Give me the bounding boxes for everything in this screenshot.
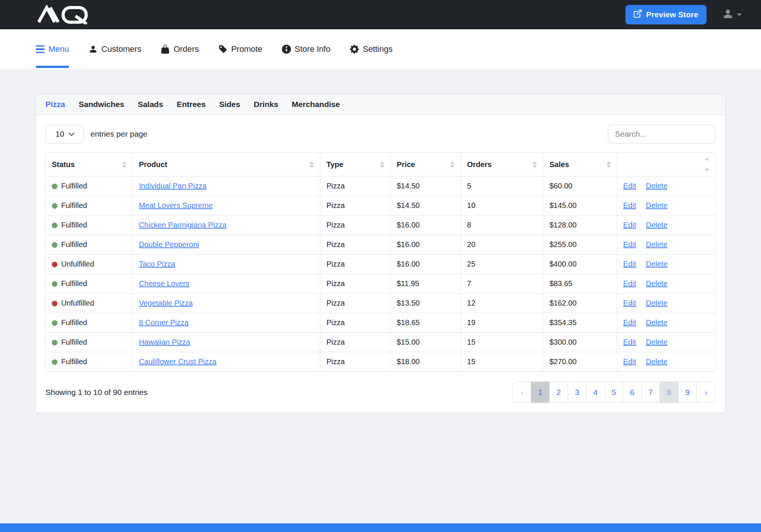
edit-link[interactable]: Edit [623,260,636,268]
table-row: FulfilledCauliflower Crust PizzaPizza$18… [46,352,716,372]
edit-link[interactable]: Edit [623,182,636,190]
product-cell: Cheese Lovers [133,274,320,294]
product-link[interactable]: Vegetable Pizza [139,299,193,307]
tab-sides[interactable]: Sides [219,99,240,110]
delete-link[interactable]: Delete [646,279,668,288]
delete-link[interactable]: Delete [646,240,668,249]
price-cell: $18.65 [390,313,461,333]
pagination-page-4[interactable]: 4 [586,382,605,402]
delete-link[interactable]: Delete [646,221,668,229]
type-cell: Pizza [320,176,390,196]
chevron-down-icon [737,14,741,16]
orders-cell: 5 [461,176,543,196]
nav-item-settings[interactable]: Settings [350,29,393,69]
column-header-type[interactable]: Type [320,153,390,176]
pagination-next[interactable]: › [697,382,715,402]
tab-sandwiches[interactable]: Sandwiches [79,99,124,110]
entries-per-page-label: entries per page [90,130,148,139]
column-header-sales[interactable]: Sales [543,153,617,176]
table-row: FulfilledHawaiian PizzaPizza$15.0015$300… [46,333,716,352]
nav-item-customers[interactable]: Customers [89,29,141,69]
sales-cell: $128.00 [543,216,617,235]
edit-link[interactable]: Edit [623,221,636,229]
status-cell: Unfulfilled [46,255,133,274]
tab-pizza[interactable]: Pizza [45,99,65,110]
status-cell: Fulfilled [46,274,133,294]
table-row: FulfilledIndividual Pan PizzaPizza$14.50… [46,176,716,196]
delete-link[interactable]: Delete [646,201,668,209]
edit-link[interactable]: Edit [623,279,636,288]
delete-link[interactable]: Delete [646,318,668,327]
status-label: Fulfilled [61,201,87,209]
column-header-actions[interactable] [617,153,715,176]
column-label: Product [139,160,167,169]
sales-cell: $60.00 [543,176,617,196]
pagination-page-3[interactable]: 3 [568,382,586,402]
search-input[interactable] [608,125,716,143]
table-body: FulfilledIndividual Pan PizzaPizza$14.50… [46,176,716,372]
status-cell: Fulfilled [46,235,133,255]
pagination-page-9[interactable]: 9 [678,382,697,402]
edit-link[interactable]: Edit [623,201,636,209]
column-header-price[interactable]: Price [390,153,461,176]
pagination-page-2[interactable]: 2 [550,382,568,402]
nav-item-promote[interactable]: Promote [219,29,262,69]
preview-store-label: Preview Store [646,10,698,19]
person-icon [722,8,734,21]
actions-cell: EditDelete [617,235,715,255]
table-row: FulfilledDouble PepperoniPizza$16.0020$2… [46,235,716,255]
nav-item-menu[interactable]: Menu [36,29,69,69]
page-size-select[interactable]: 10 [45,125,84,143]
sales-cell: $400.00 [543,255,617,274]
preview-store-button[interactable]: Preview Store [625,5,707,24]
tab-salads[interactable]: Salads [138,99,163,110]
delete-link[interactable]: Delete [646,299,668,307]
delete-link[interactable]: Delete [646,338,668,346]
nav-item-orders[interactable]: Orders [161,29,199,69]
price-cell: $14.50 [390,176,461,196]
price-cell: $13.50 [390,294,461,313]
product-link[interactable]: 8 Corner Pizza [139,318,188,327]
product-link[interactable]: Meat Lovers Supreme [139,201,213,209]
orders-cell: 10 [461,196,543,216]
status-label: Fulfilled [61,279,87,288]
edit-link[interactable]: Edit [623,338,636,346]
product-link[interactable]: Hawaiian Pizza [139,338,190,346]
pagination-page-5[interactable]: 5 [605,382,623,402]
column-header-product[interactable]: Product [133,153,320,176]
column-header-status[interactable]: Status [46,153,133,176]
edit-link[interactable]: Edit [623,318,636,327]
product-link[interactable]: Chicken Parmigiana Pizza [139,221,226,229]
page: Preview Store Menu Customers [0,0,761,532]
product-link[interactable]: Cheese Lovers [139,279,190,288]
tab-drinks[interactable]: Drinks [254,99,278,110]
nav-item-label: Menu [48,44,69,54]
nav-item-store-info[interactable]: Store Info [282,29,330,69]
tab-entrees[interactable]: Entrees [177,99,206,110]
product-link[interactable]: Double Pepperoni [139,240,199,249]
tab-merchandise[interactable]: Merchandise [292,99,340,110]
user-menu[interactable] [722,8,741,21]
pagination-page-1[interactable]: 1 [531,382,550,402]
product-link[interactable]: Cauliflower Crust Pizza [139,357,217,366]
pagination-page-6[interactable]: 6 [623,382,642,402]
orders-cell: 25 [461,255,543,274]
status-cell: Fulfilled [46,196,133,216]
edit-link[interactable]: Edit [623,357,636,366]
delete-link[interactable]: Delete [646,260,668,268]
delete-link[interactable]: Delete [646,182,668,190]
pagination-page-8[interactable]: 8 [660,382,678,402]
product-link[interactable]: Taco Pizza [139,260,175,268]
product-cell: Vegetable Pizza [133,294,320,313]
column-header-orders[interactable]: Orders [461,153,543,176]
edit-link[interactable]: Edit [623,240,636,249]
sales-cell: $162.00 [543,294,617,313]
type-cell: Pizza [320,196,390,216]
delete-link[interactable]: Delete [646,357,668,366]
edit-link[interactable]: Edit [623,299,636,307]
product-link[interactable]: Individual Pan Pizza [139,182,206,190]
pagination-page-7[interactable]: 7 [642,382,660,402]
info-circle-icon [282,45,291,54]
price-cell: $15.00 [390,333,461,352]
product-cell: Taco Pizza [133,255,320,274]
